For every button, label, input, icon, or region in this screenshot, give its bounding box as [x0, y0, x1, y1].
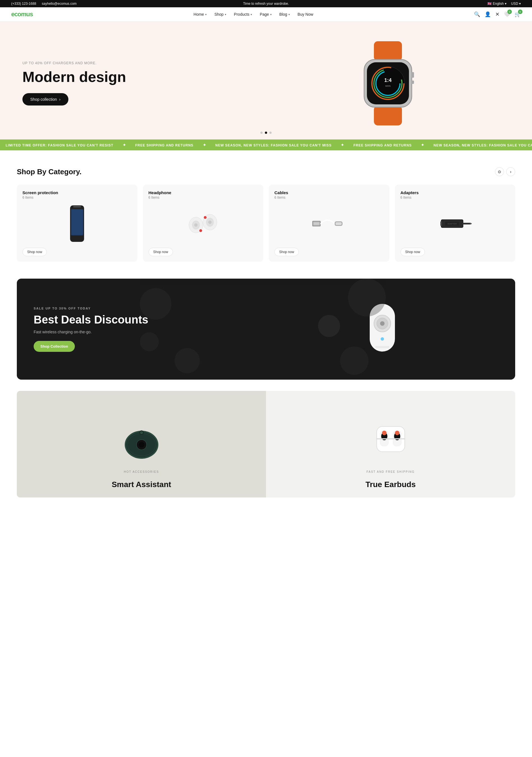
- panel-tag-earbuds: FAST AND FREE SHIPPING: [366, 470, 414, 473]
- language-selector[interactable]: 🇬🇧 English ▾: [488, 2, 507, 6]
- marquee-separator: ✦: [421, 142, 424, 147]
- hero-dot-3[interactable]: [269, 132, 272, 134]
- deals-tag: SALE UP TO 30% OFF TODAY: [34, 307, 266, 310]
- shop-now-button-headphone[interactable]: Shop now: [149, 248, 173, 256]
- chevron-down-icon: ▾: [225, 13, 226, 16]
- category-name: Headphone: [149, 190, 258, 195]
- hero-title: Modern design: [22, 69, 266, 85]
- cart-icon[interactable]: 🛒 0: [515, 11, 521, 17]
- nav-item-home[interactable]: Home ▾: [194, 12, 207, 16]
- svg-rect-10: [411, 72, 414, 78]
- watch-image: 1:4 MON: [349, 39, 427, 128]
- svg-rect-31: [440, 221, 442, 226]
- svg-rect-0: [374, 41, 402, 61]
- nav-item-buynow[interactable]: Buy Now: [298, 12, 313, 16]
- shop-collection-button[interactable]: Shop collection ›: [22, 93, 69, 106]
- hero-dots: [260, 132, 272, 134]
- shop-now-button-cables[interactable]: Shop now: [274, 248, 299, 256]
- navbar: ecomus Home ▾ Shop ▾ Products ▾ Page ▾ B…: [0, 7, 532, 22]
- svg-point-59: [395, 431, 400, 435]
- deals-cta-label: Shop Collection: [41, 344, 68, 348]
- svg-point-22: [199, 229, 202, 232]
- category-card-adapters: Adapters 6 Items ADAPTER: [395, 185, 516, 262]
- chevron-down-icon: ▾: [270, 13, 272, 16]
- flag-icon: 🇬🇧: [488, 2, 491, 6]
- cart-badge: 0: [518, 10, 522, 14]
- category-image-screen-protection: [22, 204, 132, 243]
- currency-label: USD: [511, 2, 518, 6]
- wishlist-icon[interactable]: 🤍 0: [504, 11, 510, 17]
- account-icon[interactable]: 👤: [485, 11, 491, 17]
- svg-point-21: [208, 221, 211, 224]
- phone-number[interactable]: (+333) 123-1688: [11, 2, 36, 6]
- nav-label-page: Page: [260, 12, 269, 16]
- section-header: Shop By Category. ⊙ ›: [17, 167, 515, 176]
- hero-image: 1:4 MON: [266, 39, 510, 128]
- category-card-cables: Cables 6 Items Shop now: [269, 185, 389, 262]
- email-address[interactable]: sayhello@ecomus.com: [42, 2, 76, 6]
- panel-smart-assistant: HOT ACCESSORIES Smart Assistant: [17, 391, 266, 498]
- category-name: Cables: [274, 190, 384, 195]
- search-icon[interactable]: 🔍: [474, 11, 480, 17]
- category-items-count: 6 Items: [401, 196, 510, 199]
- category-name: Adapters: [401, 190, 510, 195]
- svg-rect-15: [73, 206, 81, 207]
- deals-cta-button[interactable]: Shop Collection: [34, 341, 75, 352]
- two-panels: HOT ACCESSORIES Smart Assistant FAST AND…: [17, 391, 515, 498]
- top-bar: (+333) 123-1688 sayhello@ecomus.com Time…: [0, 0, 532, 7]
- marquee-track: LIMITED TIME OFFER: FASHION SALE YOU CAN…: [0, 142, 532, 148]
- nav-label-buynow: Buy Now: [298, 12, 313, 16]
- currency-selector[interactable]: USD ▾: [511, 2, 521, 6]
- category-image-cables: [274, 204, 384, 243]
- svg-point-18: [194, 223, 198, 227]
- logo[interactable]: ecomus: [11, 11, 33, 18]
- nav-label-products: Products: [234, 12, 249, 16]
- close-icon[interactable]: ✕: [495, 11, 499, 17]
- category-card-screen-protection: Screen protection 6 Items Shop now: [17, 185, 137, 262]
- hero-dot-2[interactable]: [265, 132, 267, 134]
- marquee-separator: ✦: [341, 142, 344, 147]
- nav-label-home: Home: [194, 12, 204, 16]
- shop-now-label: Shop now: [279, 250, 294, 254]
- wishlist-badge: 0: [507, 10, 512, 14]
- nav-item-blog[interactable]: Blog ▾: [279, 12, 290, 16]
- svg-point-37: [380, 321, 384, 326]
- panel-tag-smart: HOT ACCESSORIES: [124, 470, 159, 473]
- panel-earbuds: FAST AND FREE SHIPPING True Earbuds: [266, 391, 515, 498]
- svg-text:1:4: 1:4: [384, 77, 391, 83]
- prev-category-button[interactable]: ⊙: [495, 167, 504, 176]
- section-navigation: ⊙ ›: [495, 167, 515, 176]
- shop-now-label: Shop now: [405, 250, 420, 254]
- language-label: English: [493, 2, 504, 6]
- deals-title: Best Deals Discounts: [34, 314, 266, 326]
- shop-now-button-screen-protection[interactable]: Shop now: [22, 248, 47, 256]
- nav-item-products[interactable]: Products ▾: [234, 12, 252, 16]
- arrow-right-icon: ›: [59, 97, 61, 102]
- svg-rect-11: [411, 80, 414, 84]
- deals-subtitle: Fast wireless charging on-the-go.: [34, 330, 266, 334]
- category-name: Screen protection: [22, 190, 132, 195]
- shop-now-button-adapters[interactable]: Shop now: [401, 248, 425, 256]
- category-grid: Screen protection 6 Items Shop now Headp…: [17, 185, 515, 262]
- marquee-item: FREE SHIPPING AND RETURNS: [135, 143, 193, 147]
- panel-title-smart: Smart Assistant: [112, 480, 171, 489]
- chevron-down-icon: ▾: [289, 13, 290, 16]
- shop-collection-label: Shop collection: [30, 97, 57, 102]
- panel-title-earbuds: True Earbuds: [366, 480, 416, 489]
- category-card-header: Headphone 6 Items: [149, 190, 258, 199]
- category-card-header: Screen protection 6 Items: [22, 190, 132, 199]
- hero-dot-1[interactable]: [260, 132, 263, 134]
- category-image-headphone: [149, 204, 258, 243]
- category-card-header: Adapters 6 Items: [401, 190, 510, 199]
- svg-rect-60: [376, 438, 405, 439]
- nav-links: Home ▾ Shop ▾ Products ▾ Page ▾ Blog ▾ B…: [194, 12, 313, 16]
- shop-now-label: Shop now: [153, 250, 168, 254]
- nav-item-page[interactable]: Page ▾: [260, 12, 272, 16]
- hero-text: UP TO 40% OFF CHARGERS AND MORE. Modern …: [22, 61, 266, 105]
- svg-point-43: [175, 348, 200, 374]
- shop-now-label: Shop now: [27, 250, 42, 254]
- next-category-button[interactable]: ›: [506, 167, 515, 176]
- nav-item-shop[interactable]: Shop ▾: [214, 12, 226, 16]
- svg-rect-14: [71, 210, 83, 235]
- marquee-separator: ✦: [203, 142, 206, 147]
